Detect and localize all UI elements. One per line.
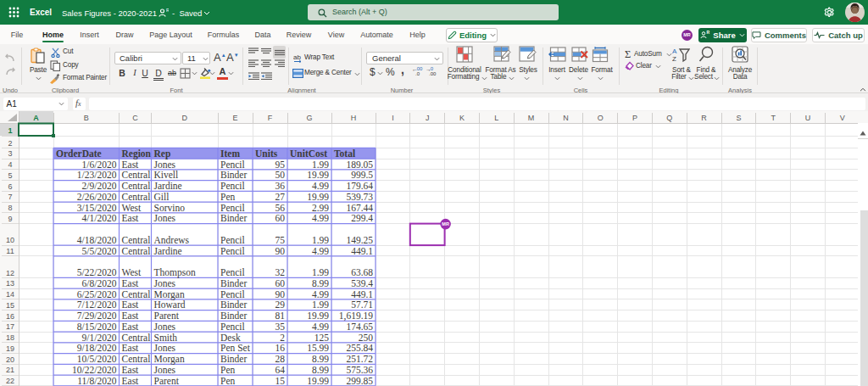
- svg-text:U: U: [805, 114, 811, 122]
- svg-text:Parent: Parent: [154, 310, 180, 321]
- svg-text:Rep: Rep: [154, 148, 171, 159]
- svg-text:50: 50: [275, 170, 286, 180]
- svg-text:OrderDate: OrderDate: [56, 148, 102, 159]
- svg-text:East: East: [122, 159, 140, 170]
- svg-text:75: 75: [275, 235, 286, 245]
- svg-text:Units: Units: [255, 148, 278, 159]
- svg-text:1/23/2020: 1/23/2020: [77, 170, 117, 180]
- svg-text:21: 21: [6, 366, 14, 374]
- svg-text:East: East: [122, 322, 140, 332]
- svg-text:Binder: Binder: [220, 310, 247, 321]
- svg-text:R: R: [707, 31, 710, 35]
- svg-text:East: East: [122, 299, 140, 310]
- svg-text:32: 32: [275, 267, 286, 277]
- svg-text:2.99: 2.99: [312, 203, 329, 213]
- svg-text:449.1: 449.1: [351, 246, 373, 256]
- svg-text:Jones: Jones: [154, 343, 176, 353]
- svg-text:14: 14: [6, 290, 14, 299]
- svg-text:Desk: Desk: [220, 333, 241, 343]
- svg-text:9/1/2020: 9/1/2020: [82, 333, 117, 343]
- svg-text:27: 27: [275, 192, 286, 202]
- svg-text:3/15/2020: 3/15/2020: [77, 203, 117, 213]
- svg-text:60: 60: [275, 213, 286, 223]
- svg-text:18: 18: [6, 333, 14, 342]
- svg-text:6/25/2020: 6/25/2020: [77, 289, 117, 299]
- svg-text:8.99: 8.99: [312, 354, 329, 364]
- svg-text:G: G: [306, 114, 312, 122]
- svg-text:13: 13: [6, 279, 14, 288]
- svg-text:Central: Central: [122, 181, 151, 191]
- svg-text:60: 60: [275, 278, 286, 288]
- svg-text:.0: .0: [415, 71, 420, 76]
- svg-text:2/9/2020: 2/9/2020: [82, 181, 117, 191]
- svg-text:95: 95: [275, 159, 286, 170]
- svg-text:449.1: 449.1: [351, 289, 373, 299]
- svg-text:K: K: [459, 114, 465, 122]
- svg-text:179.64: 179.64: [346, 181, 373, 191]
- svg-text:7/29/2020: 7/29/2020: [77, 310, 117, 321]
- svg-text:57.71: 57.71: [351, 299, 373, 310]
- svg-text:Pencil: Pencil: [220, 203, 245, 213]
- svg-text:19.99: 19.99: [307, 192, 329, 202]
- svg-text:1.99: 1.99: [312, 235, 329, 245]
- svg-text:Morgan: Morgan: [154, 289, 185, 300]
- svg-text:63.68: 63.68: [351, 267, 373, 277]
- svg-text:Central: Central: [122, 354, 151, 364]
- svg-text:Binder: Binder: [220, 170, 247, 180]
- svg-text:64: 64: [275, 365, 286, 375]
- svg-text:Central: Central: [122, 170, 151, 180]
- svg-text:E: E: [232, 114, 237, 122]
- svg-text:Morgan: Morgan: [154, 354, 185, 365]
- svg-text:O: O: [598, 114, 604, 122]
- svg-text:ab: ab: [293, 53, 301, 61]
- svg-text:3: 3: [8, 149, 12, 158]
- svg-text:.00: .00: [415, 66, 423, 71]
- svg-text:8.99: 8.99: [312, 365, 329, 375]
- svg-text:Gill: Gill: [154, 192, 170, 202]
- svg-text:250: 250: [359, 333, 374, 343]
- svg-text:Kivell: Kivell: [154, 170, 179, 180]
- svg-text:Central: Central: [122, 235, 151, 245]
- svg-text:Item: Item: [220, 148, 240, 159]
- svg-text:255.84: 255.84: [346, 343, 373, 353]
- svg-text:189.05: 189.05: [346, 159, 373, 170]
- svg-text:12: 12: [6, 269, 14, 277]
- svg-text:Jones: Jones: [154, 278, 176, 288]
- svg-text:81: 81: [275, 310, 286, 321]
- svg-text:East: East: [122, 376, 140, 386]
- svg-text:Parent: Parent: [154, 376, 180, 386]
- svg-text:Central: Central: [122, 333, 151, 343]
- svg-text:5: 5: [8, 171, 12, 180]
- svg-text:Pencil: Pencil: [220, 181, 245, 191]
- svg-text:11: 11: [6, 247, 14, 255]
- svg-text:UnitCost: UnitCost: [290, 148, 327, 159]
- svg-text:36: 36: [275, 181, 286, 191]
- svg-text:8: 8: [8, 204, 12, 212]
- svg-text:10/22/2020: 10/22/2020: [72, 365, 117, 375]
- svg-text:174.65: 174.65: [346, 322, 373, 332]
- svg-text:4/18/2020: 4/18/2020: [77, 235, 117, 245]
- svg-text:A: A: [672, 48, 677, 55]
- svg-text:299.4: 299.4: [351, 213, 373, 223]
- svg-text:6: 6: [8, 182, 12, 191]
- svg-text:8/15/2020: 8/15/2020: [77, 322, 117, 332]
- svg-text:Jones: Jones: [154, 213, 176, 223]
- svg-text:Howard: Howard: [154, 299, 186, 310]
- svg-text:C: C: [132, 114, 138, 122]
- svg-text:1: 1: [8, 126, 12, 135]
- svg-text:4.99: 4.99: [312, 289, 329, 299]
- svg-text:8.99: 8.99: [312, 278, 329, 288]
- svg-text:Sorvino: Sorvino: [154, 203, 186, 213]
- svg-text:10/5/2020: 10/5/2020: [77, 354, 117, 364]
- svg-text:125: 125: [314, 333, 330, 343]
- svg-text:35: 35: [275, 322, 286, 332]
- svg-text:1.99: 1.99: [312, 299, 329, 310]
- svg-text:999.5: 999.5: [351, 170, 373, 180]
- svg-text:R: R: [701, 114, 707, 122]
- svg-text:.00: .00: [429, 71, 437, 76]
- svg-text:East: East: [122, 213, 140, 223]
- svg-text:251.72: 251.72: [346, 354, 373, 364]
- svg-text:15: 15: [275, 376, 286, 386]
- svg-text:56: 56: [275, 203, 286, 213]
- svg-text:Pen: Pen: [220, 192, 236, 202]
